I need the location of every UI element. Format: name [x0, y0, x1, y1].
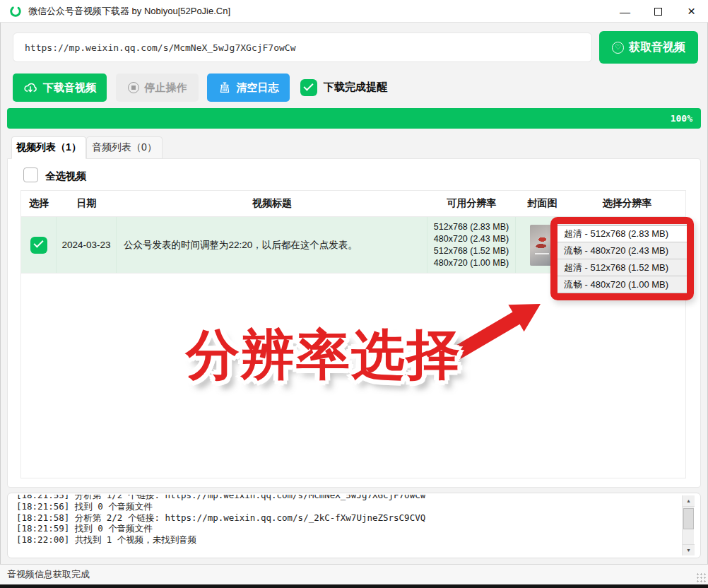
status-text: 音视频信息获取完成	[7, 568, 90, 581]
resolution-option[interactable]: 超清 - 512x768 (2.83 MB)	[557, 225, 689, 242]
header-select: 选择	[21, 191, 57, 216]
status-bar: 音视频信息获取完成	[0, 564, 708, 584]
progress-bar: 100%	[7, 108, 701, 129]
scroll-up-icon[interactable]: ▲	[683, 495, 695, 507]
cover-thumbnail	[530, 225, 554, 266]
header-select-resolution: 选择分辨率	[569, 191, 685, 216]
tab-audio-list[interactable]: 音频列表（0）	[86, 136, 163, 159]
log-area: [18:21:55] 分析第 1/2 个链接: https://mp.weixi…	[7, 493, 701, 558]
cloud-download-icon	[23, 82, 37, 94]
close-button[interactable]: ×	[675, 0, 708, 23]
app-window: 微信公众号音视频下载器 by Nobiyou[52PoJie.Cn] — × ♡…	[0, 0, 708, 588]
log-lines: [18:21:55] 分析第 1/2 个链接: https://mp.weixi…	[16, 495, 676, 546]
scrollbar-thumb[interactable]	[683, 508, 694, 529]
maximize-icon	[654, 8, 662, 16]
resolution-dropdown: 超清 - 512x768 (2.83 MB) 流畅 - 480x720 (2.4…	[557, 221, 689, 297]
clear-log-label: 清空日志	[237, 81, 279, 95]
select-all-checkbox[interactable]	[23, 167, 38, 182]
resolution-option[interactable]: 流畅 - 480x720 (2.43 MB)	[557, 242, 689, 259]
stop-label: 停止操作	[145, 81, 187, 95]
row-date: 2024-03-23	[57, 217, 117, 273]
stop-button[interactable]: 停止操作	[116, 74, 199, 102]
log-line: [18:21:55] 分析第 1/2 个链接: https://mp.weixi…	[16, 495, 676, 501]
log-scrollbar[interactable]: ▲ ▼	[682, 495, 694, 555]
check-icon	[303, 81, 313, 90]
get-media-label: 获取音视频	[629, 40, 685, 55]
row-title: 公众号发表的时间调整为22:20，以后都在这个点发表。	[117, 217, 427, 273]
download-media-label: 下载音视频	[43, 81, 96, 95]
download-media-button[interactable]: 下载音视频	[13, 74, 107, 102]
resolution-option[interactable]: 流畅 - 480x720 (1.00 MB)	[557, 276, 689, 293]
table-header-row: 选择 日期 视频标题 可用分辨率 封面图 选择分辨率	[21, 191, 685, 217]
app-logo-icon	[9, 5, 22, 18]
log-line: [18:21:59] 找到 0 个音频文件	[16, 523, 676, 534]
clear-log-button[interactable]: 清空日志	[207, 74, 290, 102]
bottom-edge	[0, 584, 708, 588]
notify-checkbox[interactable]	[300, 79, 317, 96]
scroll-down-icon[interactable]: ▼	[683, 544, 695, 555]
header-available-resolutions: 可用分辨率	[427, 191, 516, 216]
row-checkbox[interactable]	[30, 237, 47, 254]
log-line: [18:21:56] 找到 0 个音频文件	[16, 501, 676, 512]
header-title: 视频标题	[117, 191, 427, 216]
header-date: 日期	[57, 191, 117, 216]
url-input[interactable]	[13, 33, 592, 62]
clear-log-icon	[218, 81, 231, 94]
title-bar: 微信公众号音视频下载器 by Nobiyou[52PoJie.Cn] — ×	[0, 0, 708, 23]
minimize-button[interactable]: —	[608, 0, 642, 23]
annotation-text: 分辨率选择	[186, 319, 461, 392]
tab-video-list[interactable]: 视频列表（1）	[11, 136, 86, 159]
log-line: [18:21:58] 分析第 2/2 个链接: https://mp.weixi…	[16, 512, 676, 524]
select-all-label: 全选视频	[45, 170, 86, 183]
get-media-icon: ♡	[612, 42, 624, 54]
row-available-resolutions: 512x768 (2.83 MB) 480x720 (2.43 MB) 512x…	[434, 221, 509, 269]
get-media-button[interactable]: ♡ 获取音视频	[599, 31, 698, 64]
log-line: [18:22:00] 共找到 1 个视频，未找到音频	[16, 534, 676, 546]
resolution-option[interactable]: 超清 - 512x768 (1.52 MB)	[557, 259, 689, 276]
header-cover: 封面图	[516, 191, 569, 216]
resize-grip[interactable]	[696, 572, 706, 582]
notify-checkbox-label: 下载完成提醒	[324, 81, 387, 94]
maximize-button[interactable]	[642, 0, 675, 23]
progress-percent: 100%	[671, 113, 701, 124]
stop-icon	[128, 82, 139, 93]
check-icon	[33, 237, 43, 247]
window-title: 微信公众号音视频下载器 by Nobiyou[52PoJie.Cn]	[28, 5, 230, 18]
